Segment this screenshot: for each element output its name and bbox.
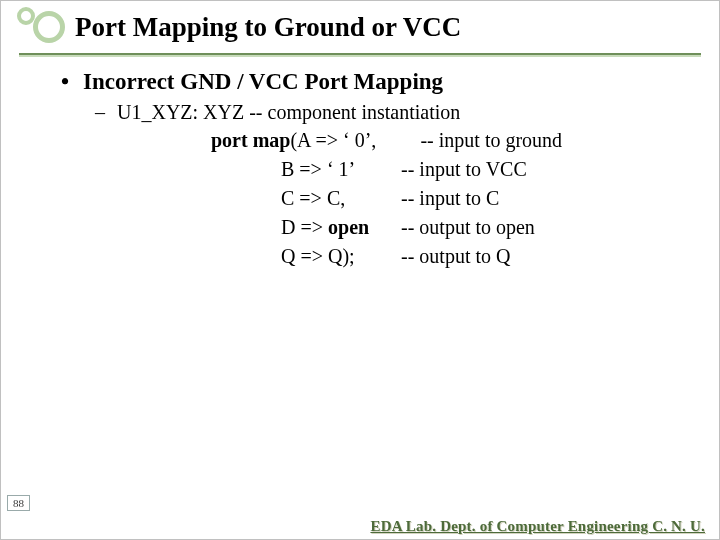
code-row: port map (A => ‘ 0’, -- input to ground: [211, 126, 679, 155]
portmap-spacer: [211, 155, 271, 184]
bullet-level1: • Incorrect GND / VCC Port Mapping: [61, 69, 679, 95]
footer-text: EDA Lab. Dept. of Computer Engineering C…: [370, 518, 705, 535]
bullet-dash-icon: –: [95, 101, 117, 124]
portmap-keyword: port map: [211, 126, 290, 155]
code-row: C => C, -- input to C: [211, 184, 679, 213]
code-row: D => open -- output to open: [211, 213, 679, 242]
bullet-level2: – U1_XYZ: XYZ -- component instantiation: [95, 101, 679, 124]
port-mapping: (A => ‘ 0’,: [290, 126, 420, 155]
slide: Port Mapping to Ground or VCC • Incorrec…: [0, 0, 720, 540]
code-row: B => ‘ 1’ -- input to VCC: [211, 155, 679, 184]
portmap-spacer: [211, 242, 271, 271]
port-mapping: C => C,: [271, 184, 401, 213]
portmap-spacer: [211, 184, 271, 213]
port-comment: -- input to ground: [420, 126, 562, 155]
slide-title: Port Mapping to Ground or VCC: [71, 12, 461, 43]
port-comment: -- output to Q: [401, 242, 510, 271]
port-mapping: Q => Q);: [271, 242, 401, 271]
port-comment: -- input to C: [401, 184, 499, 213]
port-comment: -- output to open: [401, 213, 535, 242]
bullet-dot-icon: •: [61, 69, 83, 95]
bullet1-text: Incorrect GND / VCC Port Mapping: [83, 69, 443, 95]
logo-icon: [11, 7, 71, 47]
port-comment: -- input to VCC: [401, 155, 527, 184]
page-number: 88: [7, 495, 30, 511]
portmap-spacer: [211, 213, 271, 242]
bullet2-text: U1_XYZ: XYZ -- component instantiation: [117, 101, 460, 124]
slide-body: • Incorrect GND / VCC Port Mapping – U1_…: [1, 55, 719, 271]
port-mapping: D => open: [271, 213, 401, 242]
port-mapping: B => ‘ 1’: [271, 155, 401, 184]
title-row: Port Mapping to Ground or VCC: [1, 1, 719, 47]
code-block: port map (A => ‘ 0’, -- input to ground …: [211, 126, 679, 271]
code-row: Q => Q); -- output to Q: [211, 242, 679, 271]
open-keyword: open: [328, 216, 369, 238]
